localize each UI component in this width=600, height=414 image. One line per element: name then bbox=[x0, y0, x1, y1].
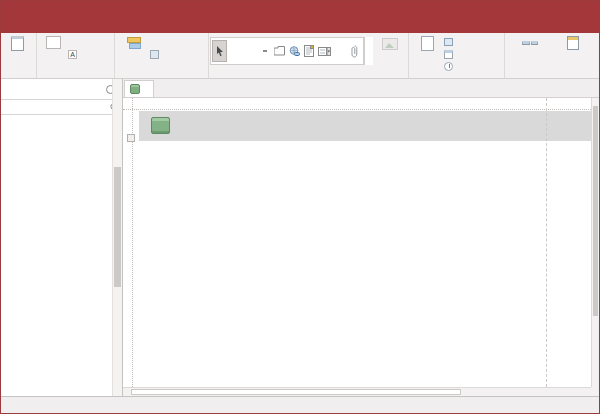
ribbon-group-tools bbox=[505, 33, 597, 78]
doc-hscroll-thumb[interactable] bbox=[131, 389, 461, 395]
page-boundary-line bbox=[546, 98, 547, 387]
report-header-band[interactable] bbox=[139, 111, 591, 141]
minimize-button[interactable] bbox=[533, 1, 555, 19]
hide-details-icon bbox=[150, 50, 159, 59]
nav-list bbox=[1, 117, 122, 396]
colors-icon bbox=[68, 38, 77, 47]
nav-scrollbar[interactable] bbox=[112, 79, 122, 396]
fonts-icon: A bbox=[68, 50, 77, 59]
button-control-icon[interactable] bbox=[257, 40, 272, 62]
nav-search bbox=[1, 99, 122, 115]
access-window: A bbox=[0, 0, 600, 414]
add-existing-fields-button[interactable] bbox=[506, 35, 554, 51]
page-numbers-button[interactable] bbox=[410, 35, 444, 53]
navigation-pane bbox=[1, 79, 123, 396]
ribbon-group-grouping bbox=[115, 33, 209, 78]
attachment-control-icon[interactable] bbox=[347, 40, 362, 62]
search-input[interactable] bbox=[4, 103, 110, 112]
property-sheet-button[interactable] bbox=[554, 35, 592, 52]
insert-image-button[interactable] bbox=[373, 37, 407, 52]
document-tab[interactable] bbox=[124, 80, 154, 97]
textbox-control-icon[interactable] bbox=[227, 40, 242, 62]
titlebar bbox=[1, 1, 599, 19]
view-button[interactable] bbox=[2, 35, 32, 53]
document-hscrollbar[interactable] bbox=[123, 387, 591, 396]
gallery-scroll bbox=[364, 37, 373, 65]
add-fields-icon bbox=[522, 36, 538, 49]
combobox-control-icon[interactable] bbox=[317, 40, 332, 62]
ribbon-group-views bbox=[1, 33, 37, 78]
document-area bbox=[123, 79, 599, 396]
statusbar bbox=[1, 396, 599, 413]
nav-pane-title[interactable] bbox=[1, 79, 122, 99]
fonts-button[interactable]: A bbox=[68, 49, 81, 59]
ribbon-tabs bbox=[1, 19, 599, 33]
date-time-button[interactable] bbox=[444, 61, 455, 71]
group-sort-button[interactable] bbox=[116, 35, 150, 50]
property-sheet-icon bbox=[567, 36, 579, 50]
totals-button[interactable] bbox=[150, 37, 161, 47]
controls-gallery bbox=[210, 37, 364, 65]
document-vscrollbar[interactable] bbox=[591, 98, 599, 387]
hide-details-button[interactable] bbox=[150, 49, 161, 59]
tab-control-icon[interactable] bbox=[272, 40, 287, 62]
document-tabstrip bbox=[123, 79, 599, 98]
label-control-icon[interactable] bbox=[242, 40, 257, 62]
themes-icon bbox=[46, 36, 61, 49]
ribbon-group-themes: A bbox=[37, 33, 115, 78]
ribbon: A bbox=[1, 33, 599, 79]
listbox-control-icon[interactable] bbox=[302, 40, 317, 62]
ribbon-group-header-footer bbox=[409, 33, 505, 78]
checkbox-control-icon[interactable] bbox=[332, 40, 347, 62]
insert-image-icon bbox=[382, 38, 398, 50]
logo-icon bbox=[444, 38, 453, 46]
close-button[interactable] bbox=[577, 1, 599, 19]
select-pointer-icon[interactable] bbox=[212, 40, 227, 62]
title-button[interactable] bbox=[444, 49, 455, 59]
report-layout-canvas[interactable] bbox=[123, 98, 591, 387]
title-icon bbox=[444, 50, 453, 59]
scrollbar-corner bbox=[591, 387, 599, 396]
maximize-button[interactable] bbox=[555, 1, 577, 19]
hyperlink-control-icon[interactable] bbox=[287, 40, 302, 62]
colors-button[interactable] bbox=[68, 37, 81, 47]
view-icon bbox=[11, 36, 24, 51]
report-logo-icon[interactable] bbox=[151, 117, 170, 134]
report-column-headers bbox=[123, 142, 591, 153]
nav-scroll-thumb[interactable] bbox=[114, 167, 121, 287]
logo-button[interactable] bbox=[444, 37, 455, 47]
doc-vscroll-thumb[interactable] bbox=[593, 106, 598, 316]
themes-button[interactable] bbox=[38, 35, 68, 51]
ribbon-group-controls bbox=[209, 33, 409, 78]
report-icon bbox=[130, 84, 140, 94]
page-numbers-icon bbox=[421, 36, 434, 51]
layout-select-handle[interactable] bbox=[127, 134, 135, 142]
help-button[interactable] bbox=[511, 1, 533, 19]
layout-guide-horizontal bbox=[123, 109, 591, 110]
date-time-icon bbox=[444, 62, 453, 71]
group-sort-icon bbox=[127, 36, 140, 49]
